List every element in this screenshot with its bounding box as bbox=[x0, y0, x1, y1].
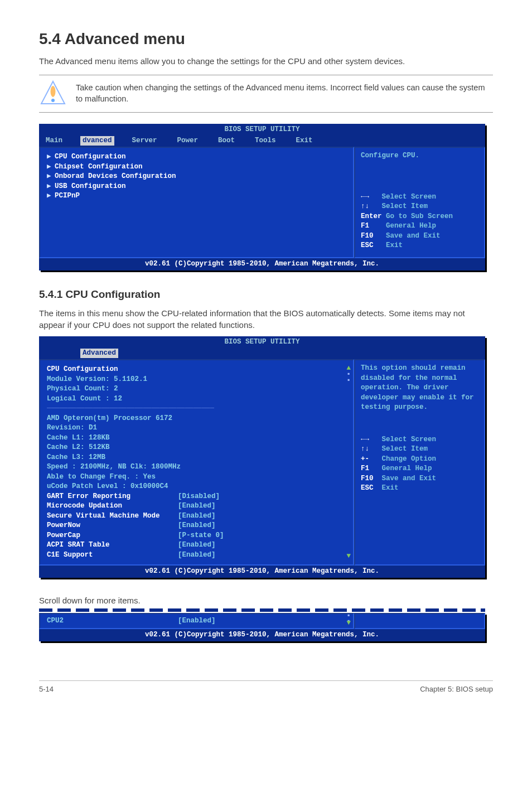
scroll-down-icon[interactable]: ▼ bbox=[346, 619, 351, 629]
page-footer: 5-14 Chapter 5: BIOS setup bbox=[39, 680, 493, 694]
bios-menu-bar: Main Advanced bbox=[39, 349, 485, 360]
chapter-label: Chapter 5: BIOS setup bbox=[420, 684, 493, 694]
bios-nav-keys: ←→ Select Screen ↑↓ Select Item +- Chang… bbox=[361, 435, 478, 494]
option-row[interactable]: Microcode Updation[Enabled] bbox=[47, 501, 346, 511]
menu-exit[interactable]: Exit bbox=[294, 136, 315, 146]
menu-server[interactable]: Server bbox=[130, 136, 159, 146]
bios-help-pane: Configure CPU. ←→ Select Screen ↑↓ Selec… bbox=[354, 147, 485, 258]
bios-help-pane: This option should remain disabled for t… bbox=[354, 359, 485, 566]
menu-main[interactable]: Main bbox=[43, 136, 65, 146]
caution-icon bbox=[40, 80, 66, 107]
caution-box: Take caution when changing the settings … bbox=[39, 75, 493, 113]
info-line: uCode Patch Level : 0x10000C4 bbox=[47, 482, 346, 492]
info-line: Cache L1: 128KB bbox=[47, 433, 346, 443]
bios-item[interactable]: ▶CPU Configuration bbox=[47, 152, 346, 162]
subsection-para: The items in this menu show the CPU-rela… bbox=[39, 307, 493, 331]
scrollbar[interactable]: ▪▪ bbox=[346, 371, 351, 384]
subsection-heading: 5.4.1 CPU Configuration bbox=[39, 287, 493, 302]
svg-point-2 bbox=[51, 99, 55, 102]
bios-nav-keys: ←→ Select Screen ↑↓ Select Item Enter Go… bbox=[361, 192, 478, 251]
bios-item[interactable]: ▶USB Configuration bbox=[47, 182, 346, 192]
bios-title: BIOS SETUP UTILITY bbox=[39, 336, 485, 349]
info-line: Module Version: 5.1102.1 bbox=[47, 375, 346, 385]
info-line: Physical Count: 2 bbox=[47, 384, 346, 394]
section-intro: The Advanced menu items allow you to cha… bbox=[39, 55, 493, 67]
svg-point-1 bbox=[51, 86, 56, 97]
menu-advanced[interactable]: Advanced bbox=[80, 349, 118, 359]
menu-boot[interactable]: Boot bbox=[216, 136, 237, 146]
bios-help-pane bbox=[354, 613, 485, 630]
option-row[interactable]: ACPI SRAT Table[Enabled] bbox=[47, 540, 346, 550]
menu-tools[interactable]: Tools bbox=[253, 136, 278, 146]
option-row[interactable]: C1E Support[Enabled] bbox=[47, 550, 346, 561]
bios-left-pane: ▶CPU Configuration ▶Chipset Configuratio… bbox=[39, 147, 354, 258]
cpu-config-header: CPU Configuration bbox=[47, 365, 346, 375]
bios-item[interactable]: ▶PCIPnP bbox=[47, 191, 346, 201]
bios-menu-bar: Main dvanced Server Power Boot Tools Exi… bbox=[39, 136, 485, 147]
bios-screen-cpu2: CPU2 [Enabled] ▪▪ ▼ v02.61 (C)Copyright … bbox=[39, 613, 485, 641]
page-number: 5-14 bbox=[39, 684, 54, 694]
option-row[interactable]: CPU2 [Enabled] ▪▪ ▼ bbox=[39, 613, 354, 630]
info-line: Logical Count : 12 bbox=[47, 394, 346, 404]
option-row[interactable]: GART Error Reporting[Disabled] bbox=[47, 492, 346, 502]
scroll-down-icon[interactable]: ▼ bbox=[346, 552, 351, 562]
option-row[interactable]: PowerNow[Enabled] bbox=[47, 521, 346, 531]
bios-footer: v02.61 (C)Copyright 1985-2010, American … bbox=[39, 258, 485, 270]
option-row[interactable]: PowerCap[P-state 0] bbox=[47, 531, 346, 541]
scroll-hint: Scroll down for more items. bbox=[39, 595, 493, 606]
menu-advanced[interactable]: dvanced bbox=[80, 136, 114, 146]
bios-footer: v02.61 (C)Copyright 1985-2010, American … bbox=[39, 629, 485, 641]
bios-title: BIOS SETUP UTILITY bbox=[39, 124, 485, 136]
bios-help-text: This option should remain disabled for t… bbox=[361, 364, 478, 413]
section-heading: 5.4 Advanced menu bbox=[39, 28, 493, 50]
menu-power[interactable]: Power bbox=[175, 136, 201, 146]
bios-footer: v02.61 (C)Copyright 1985-2010, American … bbox=[39, 566, 485, 578]
bios-help-text: Configure CPU. bbox=[361, 151, 478, 161]
option-row[interactable]: Secure Virtual Machine Mode[Enabled] bbox=[47, 511, 346, 521]
info-line: Cache L3: 12MB bbox=[47, 453, 346, 463]
bios-screen-advanced: BIOS SETUP UTILITY Main dvanced Server P… bbox=[39, 124, 485, 270]
bios-left-pane: CPU Configuration Module Version: 5.1102… bbox=[39, 359, 354, 566]
divider: ──────────────────────────────────────── bbox=[47, 404, 346, 414]
info-line: Revision: D1 bbox=[47, 423, 346, 433]
info-line: Cache L2: 512KB bbox=[47, 443, 346, 453]
dashed-separator bbox=[39, 608, 485, 612]
caution-text: Take caution when changing the settings … bbox=[76, 80, 490, 105]
bios-item[interactable]: ▶Onborad Devices Configuration bbox=[47, 172, 346, 182]
bios-screen-cpu-config: BIOS SETUP UTILITY Main Advanced CPU Con… bbox=[39, 336, 485, 578]
info-line: Speed : 2100MHz, NB Clk: 1800MHz bbox=[47, 462, 346, 472]
bios-item[interactable]: ▶Chipset Configuration bbox=[47, 162, 346, 172]
info-line: AMD Opteron(tm) Processor 6172 bbox=[47, 414, 346, 424]
info-line: Able to Change Freq. : Yes bbox=[47, 472, 346, 482]
